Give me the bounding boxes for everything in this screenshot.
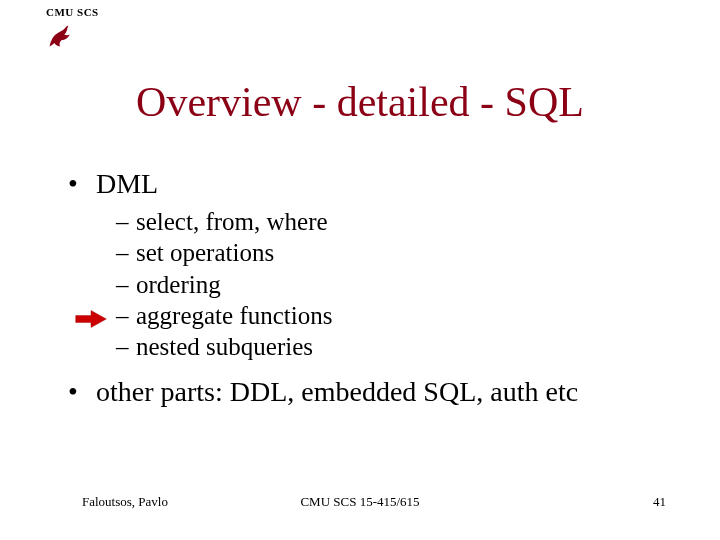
- sub-bullet-text: aggregate functions: [136, 300, 332, 331]
- bullet-dash-icon: –: [116, 269, 136, 300]
- bullet-dash-icon: –: [116, 237, 136, 268]
- bullet-level2: – set operations: [116, 237, 668, 268]
- bullet-dot-icon: •: [68, 168, 96, 200]
- bullet-level2: – nested subqueries: [116, 331, 668, 362]
- bullet-level2: – ordering: [116, 269, 668, 300]
- footer-course: CMU SCS 15-415/615: [300, 494, 419, 510]
- sub-bullet-text: set operations: [136, 237, 274, 268]
- slide-header: CMU SCS: [46, 6, 99, 18]
- footer-authors: Faloutsos, Pavlo: [82, 494, 168, 510]
- bullet-text: DML: [96, 168, 158, 200]
- bullet-dash-icon: –: [116, 300, 136, 331]
- arrow-right-icon: [74, 308, 108, 330]
- sub-bullet-text: select, from, where: [136, 206, 328, 237]
- bullet-level1: • other parts: DDL, embedded SQL, auth e…: [68, 376, 668, 408]
- slide-title: Overview - detailed - SQL: [0, 78, 720, 126]
- sub-bullet-text: ordering: [136, 269, 221, 300]
- bullet-level1: • DML: [68, 168, 668, 200]
- footer-page-number: 41: [653, 494, 666, 510]
- dragon-icon: [46, 22, 74, 50]
- sub-bullet-list: – select, from, where – set operations –…: [116, 206, 668, 362]
- bullet-dot-icon: •: [68, 376, 96, 408]
- bullet-dash-icon: –: [116, 331, 136, 362]
- bullet-level2: – aggregate functions: [116, 300, 668, 331]
- org-label: CMU SCS: [46, 6, 99, 18]
- bullet-text: other parts: DDL, embedded SQL, auth etc: [96, 376, 578, 408]
- sub-bullet-text: nested subqueries: [136, 331, 313, 362]
- slide-content: • DML – select, from, where – set operat…: [68, 168, 668, 414]
- bullet-level2: – select, from, where: [116, 206, 668, 237]
- slide-footer: Faloutsos, Pavlo CMU SCS 15-415/615 41: [0, 494, 720, 510]
- bullet-dash-icon: –: [116, 206, 136, 237]
